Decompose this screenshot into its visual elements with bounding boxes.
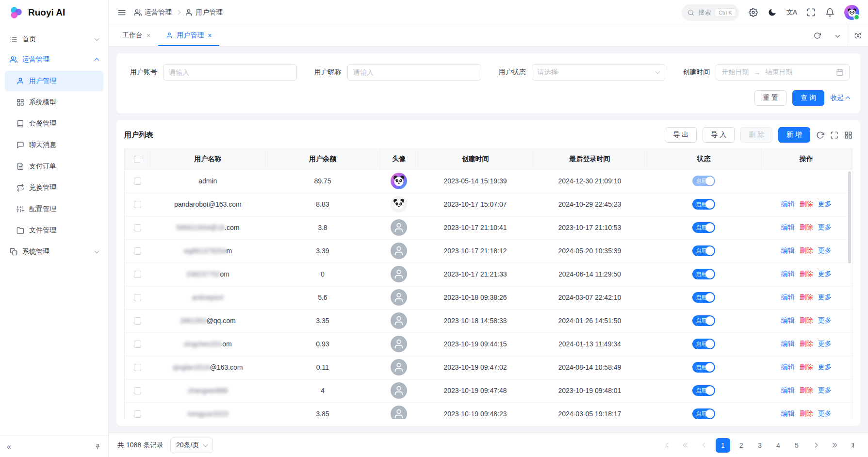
row-checkbox[interactable] bbox=[134, 387, 141, 394]
row-checkbox[interactable] bbox=[134, 341, 141, 348]
row-checkbox[interactable] bbox=[134, 364, 141, 371]
delete-link[interactable]: 删除 bbox=[800, 246, 813, 255]
delete-link[interactable]: 删除 bbox=[800, 200, 813, 209]
pin-icon[interactable] bbox=[94, 443, 101, 450]
more-link[interactable]: 更多 bbox=[818, 363, 832, 372]
pagination-prev-button[interactable] bbox=[697, 438, 712, 453]
pagination-last-button[interactable] bbox=[845, 438, 859, 453]
more-link[interactable]: 更多 bbox=[818, 270, 832, 278]
row-checkbox[interactable] bbox=[134, 178, 141, 185]
edit-link[interactable]: 编辑 bbox=[781, 340, 795, 348]
collapse-filter-link[interactable]: 收起 bbox=[830, 94, 850, 102]
hamburger-menu-icon[interactable] bbox=[117, 8, 126, 17]
edit-link[interactable]: 编辑 bbox=[781, 293, 795, 302]
status-toggle[interactable]: 启用 bbox=[692, 222, 715, 233]
row-checkbox[interactable] bbox=[134, 294, 141, 301]
sidebar-item-exchange-management[interactable]: 兑换管理 bbox=[5, 178, 103, 198]
tab-actions-dropdown[interactable] bbox=[827, 25, 848, 46]
user-avatar[interactable] bbox=[844, 5, 859, 20]
fullscreen-icon[interactable] bbox=[806, 8, 816, 17]
table-fullscreen-icon[interactable] bbox=[830, 131, 838, 139]
notification-bell-icon[interactable] bbox=[825, 8, 835, 17]
search-button[interactable]: 查 询 bbox=[792, 90, 824, 106]
pagination-fast-next-button[interactable] bbox=[826, 438, 841, 453]
more-link[interactable]: 更多 bbox=[818, 293, 832, 302]
reset-button[interactable]: 重 置 bbox=[754, 90, 786, 106]
nickname-input[interactable] bbox=[347, 64, 481, 81]
sidebar-item-package-management[interactable]: 套餐管理 bbox=[5, 114, 103, 134]
delete-link[interactable]: 删除 bbox=[800, 340, 813, 348]
row-checkbox[interactable] bbox=[134, 224, 141, 231]
status-toggle[interactable]: 启用 bbox=[692, 292, 715, 303]
tab-user-management[interactable]: 用户管理 × bbox=[158, 25, 219, 46]
row-checkbox[interactable] bbox=[134, 247, 141, 255]
import-button[interactable]: 导 入 bbox=[703, 127, 735, 143]
export-button[interactable]: 导 出 bbox=[665, 127, 697, 143]
pagination-page-5[interactable]: 5 bbox=[789, 438, 804, 453]
pagination-next-button[interactable] bbox=[808, 438, 822, 453]
column-settings-grid-icon[interactable] bbox=[844, 131, 852, 139]
tab-workbench[interactable]: 工作台 × bbox=[115, 25, 158, 46]
edit-link[interactable]: 编辑 bbox=[781, 386, 795, 395]
sidebar-item-user-management[interactable]: 用户管理 bbox=[5, 71, 103, 91]
row-checkbox[interactable] bbox=[134, 410, 141, 418]
more-link[interactable]: 更多 bbox=[818, 200, 832, 209]
sidebar-item-payment-orders[interactable]: 支付订单 bbox=[5, 156, 103, 177]
edit-link[interactable]: 编辑 bbox=[781, 223, 795, 232]
more-link[interactable]: 更多 bbox=[818, 223, 832, 232]
status-toggle[interactable]: 启用 bbox=[692, 315, 715, 326]
close-icon[interactable]: × bbox=[208, 32, 212, 39]
status-toggle[interactable]: 启用 bbox=[692, 362, 715, 373]
delete-link[interactable]: 删除 bbox=[800, 293, 813, 302]
sidebar-item-operations[interactable]: 运营管理 bbox=[5, 49, 103, 70]
pagination-page-1[interactable]: 1 bbox=[716, 438, 730, 453]
more-link[interactable]: 更多 bbox=[818, 316, 832, 325]
edit-link[interactable]: 编辑 bbox=[781, 316, 795, 325]
date-range-picker[interactable]: 开始日期 → 结束日期 bbox=[716, 64, 850, 81]
status-toggle[interactable]: 启用 bbox=[692, 385, 715, 396]
pagination-page-2[interactable]: 2 bbox=[734, 438, 749, 453]
status-toggle[interactable]: 启用 bbox=[692, 408, 715, 419]
more-link[interactable]: 更多 bbox=[818, 386, 832, 395]
account-input[interactable] bbox=[163, 64, 297, 81]
more-link[interactable]: 更多 bbox=[818, 340, 832, 348]
delete-link[interactable]: 删除 bbox=[800, 386, 813, 395]
status-select[interactable]: 请选择 bbox=[532, 64, 666, 81]
language-translate-icon[interactable]: 文A bbox=[786, 8, 797, 17]
status-toggle[interactable]: 启用 bbox=[692, 245, 715, 256]
delete-link[interactable]: 删除 bbox=[800, 270, 813, 278]
pagination-page-4[interactable]: 4 bbox=[771, 438, 786, 453]
delete-link[interactable]: 删除 bbox=[800, 316, 813, 325]
status-toggle[interactable]: 启用 bbox=[692, 176, 715, 186]
edit-link[interactable]: 编辑 bbox=[781, 270, 795, 278]
pagination-page-3[interactable]: 3 bbox=[753, 438, 767, 453]
edit-link[interactable]: 编辑 bbox=[781, 409, 795, 418]
breadcrumb-operations[interactable]: 运营管理 bbox=[134, 8, 172, 17]
delete-link[interactable]: 删除 bbox=[800, 363, 813, 372]
settings-gear-icon[interactable] bbox=[749, 8, 758, 17]
close-icon[interactable]: × bbox=[147, 32, 150, 39]
edit-link[interactable]: 编辑 bbox=[781, 246, 795, 255]
sidebar-item-home[interactable]: 首页 bbox=[5, 29, 103, 49]
status-toggle[interactable]: 启用 bbox=[692, 199, 715, 210]
sidebar-item-system[interactable]: 系统管理 bbox=[5, 242, 103, 262]
edit-link[interactable]: 编辑 bbox=[781, 363, 795, 372]
sidebar-item-system-models[interactable]: 系统模型 bbox=[5, 92, 103, 113]
more-link[interactable]: 更多 bbox=[818, 246, 832, 255]
page-size-select[interactable]: 20条/页 bbox=[170, 438, 213, 453]
content-fullscreen-icon[interactable] bbox=[848, 25, 868, 46]
delete-button[interactable]: 删 除 bbox=[740, 127, 772, 143]
sidebar-item-file-management[interactable]: 文件管理 bbox=[5, 220, 103, 241]
refresh-table-icon[interactable] bbox=[816, 131, 824, 139]
row-checkbox[interactable] bbox=[134, 271, 141, 278]
global-search[interactable]: 搜索 Ctrl K bbox=[682, 4, 739, 21]
select-all-checkbox[interactable] bbox=[134, 156, 141, 163]
refresh-tab-icon[interactable] bbox=[807, 25, 827, 46]
status-toggle[interactable]: 启用 bbox=[692, 339, 715, 349]
pagination-fast-prev-button[interactable] bbox=[679, 438, 693, 453]
sidebar-collapse-button[interactable]: « bbox=[7, 442, 11, 451]
delete-link[interactable]: 删除 bbox=[800, 223, 813, 232]
breadcrumb-user-management[interactable]: 用户管理 bbox=[185, 8, 223, 17]
row-checkbox[interactable] bbox=[134, 317, 141, 325]
edit-link[interactable]: 编辑 bbox=[781, 200, 795, 209]
